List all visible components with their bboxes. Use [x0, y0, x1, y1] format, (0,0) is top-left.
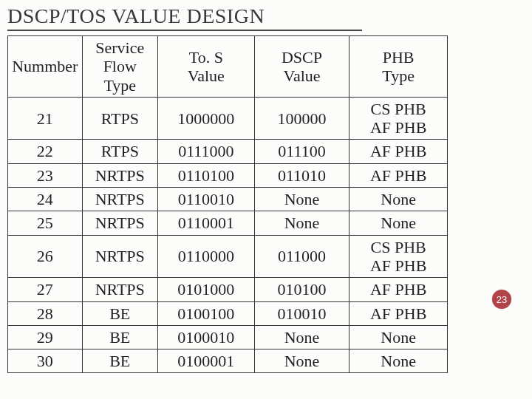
cell-c3: 0100100 — [158, 301, 255, 325]
cell-c2: BE — [82, 349, 158, 373]
cell-c2: RTPS — [82, 97, 158, 140]
cell-c2: NRTPS — [82, 278, 158, 301]
cell-c3: 0110000 — [158, 235, 255, 278]
cell-c3: 0110100 — [158, 163, 255, 187]
cell-c1: 29 — [8, 325, 83, 349]
cell-c4: None — [254, 188, 349, 211]
dscp-table: Nummber ServiceFlowType To. SValue DSCPV… — [7, 35, 448, 373]
cell-c2: BE — [82, 325, 158, 349]
cell-c1: 25 — [8, 211, 83, 235]
cell-c2: RTPS — [82, 140, 158, 163]
table-row: 29BE0100010NoneNone — [8, 325, 448, 349]
table-row: 22RTPS0111000011100AF PHB — [8, 140, 448, 163]
cell-c2: NRTPS — [82, 235, 158, 278]
th-dscp-value: DSCPValue — [254, 36, 349, 98]
page-number-badge: 23 — [492, 290, 511, 309]
table-row: 21RTPS1000000100000CS PHBAF PHB — [8, 97, 448, 140]
cell-c4: None — [254, 325, 349, 349]
cell-c1: 30 — [8, 349, 83, 373]
cell-c4: None — [254, 211, 349, 235]
cell-c2: NRTPS — [82, 188, 158, 211]
cell-c5: CS PHBAF PHB — [349, 97, 448, 140]
cell-c1: 21 — [8, 97, 83, 140]
cell-c5: AF PHB — [349, 278, 448, 301]
cell-c3: 1000000 — [158, 97, 255, 140]
cell-c5: AF PHB — [349, 301, 448, 325]
cell-c5: None — [349, 211, 448, 235]
cell-c3: 0110010 — [158, 188, 255, 211]
table-row: 23NRTPS0110100011010AF PHB — [8, 163, 448, 187]
cell-c3: 0110001 — [158, 211, 255, 235]
table-row: 26NRTPS0110000011000CS PHBAF PHB — [8, 235, 448, 278]
table-row: 24NRTPS0110010NoneNone — [8, 188, 448, 211]
cell-c4: 011100 — [254, 140, 349, 163]
cell-c4: 010010 — [254, 301, 349, 325]
page-title: DSCP/TOS VALUE DESIGN — [7, 4, 362, 31]
cell-c1: 26 — [8, 235, 83, 278]
cell-c4: 011010 — [254, 163, 349, 187]
cell-c1: 27 — [8, 278, 83, 301]
cell-c4: 100000 — [254, 97, 349, 140]
cell-c3: 0100001 — [158, 349, 255, 373]
cell-c2: NRTPS — [82, 211, 158, 235]
table-header-row: Nummber ServiceFlowType To. SValue DSCPV… — [8, 36, 448, 98]
cell-c3: 0101000 — [158, 278, 255, 301]
cell-c5: None — [349, 325, 448, 349]
cell-c4: None — [254, 349, 349, 373]
cell-c4: 010100 — [254, 278, 349, 301]
cell-c2: BE — [82, 301, 158, 325]
th-service-flow-type: ServiceFlowType — [82, 36, 158, 98]
cell-c2: NRTPS — [82, 163, 158, 187]
cell-c1: 28 — [8, 301, 83, 325]
cell-c5: None — [349, 349, 448, 373]
table-row: 27NRTPS0101000010100AF PHB — [8, 278, 448, 301]
cell-c5: CS PHBAF PHB — [349, 235, 448, 278]
table-row: 25NRTPS0110001NoneNone — [8, 211, 448, 235]
cell-c3: 0111000 — [158, 140, 255, 163]
th-number: Nummber — [8, 36, 83, 98]
table-row: 30BE0100001NoneNone — [8, 349, 448, 373]
th-phb-type: PHBType — [349, 36, 448, 98]
cell-c3: 0100010 — [158, 325, 255, 349]
table-row: 28BE0100100010010AF PHB — [8, 301, 448, 325]
cell-c1: 24 — [8, 188, 83, 211]
cell-c1: 22 — [8, 140, 83, 163]
cell-c1: 23 — [8, 163, 83, 187]
cell-c4: 011000 — [254, 235, 349, 278]
th-tos-value: To. SValue — [158, 36, 255, 98]
cell-c5: None — [349, 188, 448, 211]
cell-c5: AF PHB — [349, 140, 448, 163]
cell-c5: AF PHB — [349, 163, 448, 187]
